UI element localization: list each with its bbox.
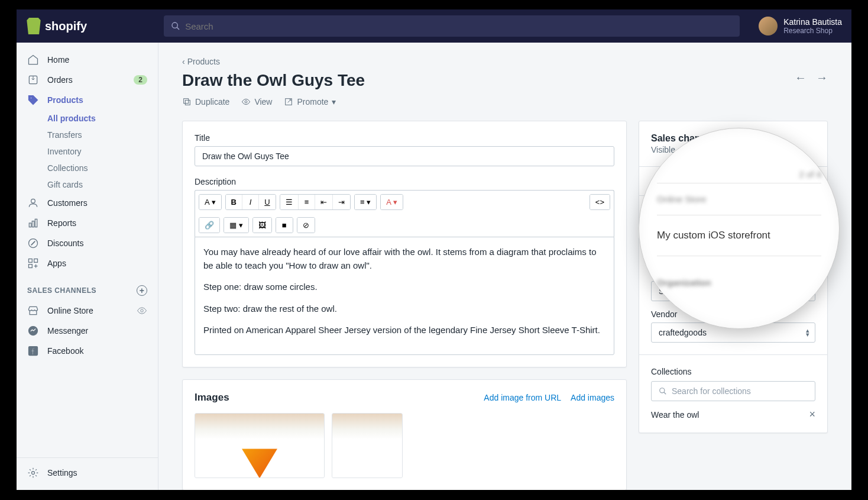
nav-products[interactable]: Products [17,90,158,110]
remove-tag-button[interactable]: × [809,408,815,421]
rte-italic[interactable]: I [242,195,259,209]
rte-bold[interactable]: B [226,195,242,209]
nav-settings[interactable]: Settings [17,463,158,483]
subnav-gift-cards[interactable]: Gift cards [47,176,158,193]
duplicate-button[interactable]: Duplicate [182,97,229,107]
subnav-transfers[interactable]: Transfers [47,127,158,143]
magnifier-focus-text: My custom iOS storefront [657,215,821,256]
svg-point-0 [172,22,177,28]
rte-indent[interactable]: ⇥ [333,195,350,209]
next-record[interactable]: → [816,71,828,85]
top-bar: shopify Katrina Bautista Research Shop [17,9,851,43]
eye-icon [241,97,251,107]
customers-icon [27,197,39,209]
product-image-1[interactable] [195,413,325,478]
messenger-icon [27,325,39,337]
home-icon [27,54,39,66]
svg-rect-6 [32,221,34,227]
select-caret-icon: ▴▾ [806,328,809,336]
channels-heading: SALES CHANNELS + [17,273,158,301]
product-image-2[interactable] [332,413,403,478]
nav-reports[interactable]: Reports [17,213,158,233]
orders-icon [27,74,39,86]
brand-name: shopify [45,20,87,33]
magnifier-overlay: 2 of 4 Online Store My custom iOS storef… [639,128,840,329]
breadcrumb[interactable]: ‹ Products [182,57,828,66]
facebook-icon [27,345,39,357]
nav-label: Customers [47,198,88,208]
images-heading: Images [195,392,229,404]
subnav-collections[interactable]: Collections [47,160,158,176]
search-input[interactable] [185,21,733,31]
promote-button[interactable]: Promote ▾ [284,97,336,107]
images-card: Images Add image from URL Add images [182,379,627,490]
svg-point-4 [31,199,35,203]
description-label: Description [195,177,614,186]
svg-point-12 [141,309,144,312]
rte-text-color[interactable]: A ▾ [381,195,403,209]
view-button[interactable]: View [241,97,272,107]
nav-label: Reports [47,218,76,228]
nav-label: Settings [47,468,77,478]
global-search[interactable] [164,15,740,37]
svg-point-18 [245,101,247,103]
rte-image[interactable]: 🖼 [253,218,271,233]
orders-badge: 2 [134,75,147,85]
rte-html[interactable]: <> [590,195,610,209]
subnav-all-products[interactable]: All products [47,110,158,127]
nav-apps[interactable]: Apps [17,253,158,273]
add-images-link[interactable]: Add images [571,393,614,402]
nav-label: Facebook [47,346,83,356]
product-title-input[interactable] [195,146,614,166]
search-icon [659,387,667,395]
nav-discounts[interactable]: Discounts [17,233,158,253]
prev-record[interactable]: ← [795,71,807,85]
rte-numbered-list[interactable]: ≡ [299,195,315,209]
shop-name: Research Shop [783,27,842,35]
user-menu[interactable]: Katrina Bautista Research Shop [759,17,842,36]
chevron-down-icon: ▾ [332,97,336,107]
nav-online-store[interactable]: Online Store [17,301,158,321]
nav-home[interactable]: Home [17,50,158,70]
rte-video[interactable]: ■ [276,218,293,233]
rte-clear[interactable]: ⊘ [297,218,315,233]
svg-line-1 [177,27,179,30]
rte-bullet-list[interactable]: ☰ [280,195,299,209]
svg-point-3 [30,97,32,99]
nav-messenger[interactable]: Messenger [17,321,158,341]
search-icon [171,21,180,31]
rte-underline[interactable]: U [259,195,276,209]
description-editor[interactable]: You may have already heard of our love a… [195,237,614,355]
svg-rect-16 [184,99,189,104]
gear-icon [27,467,39,479]
rte-format-select[interactable]: A ▾ [199,195,221,209]
rte-align[interactable]: ≡ ▾ [355,195,376,209]
rte-link[interactable]: 🔗 [199,218,219,233]
nav-label: Home [47,55,69,64]
collections-search[interactable]: Search for collections [651,381,815,401]
nav-orders[interactable]: Orders 2 [17,70,158,90]
sidebar: Home Orders 2 Products All products Tran… [17,43,158,490]
duplicate-icon [182,97,192,107]
preview-icon[interactable] [137,305,147,316]
add-channel-button[interactable]: + [137,285,147,296]
nav-customers[interactable]: Customers [17,193,158,213]
add-image-url-link[interactable]: Add image from URL [484,393,561,402]
rte-table[interactable]: ▦ ▾ [224,218,248,233]
svg-point-15 [32,472,35,475]
subnav-inventory[interactable]: Inventory [47,143,158,160]
svg-rect-7 [35,219,37,227]
external-icon [284,97,293,107]
store-icon [27,305,39,317]
record-navigation: ← → [795,71,828,85]
rte-outdent[interactable]: ⇤ [315,195,333,209]
nav-label: Online Store [47,306,93,315]
collection-tag: Wear the owl × [651,408,815,421]
user-name: Katrina Bautista [783,17,842,27]
page-title: Draw the Owl Guys Tee [182,71,365,90]
title-label: Title [195,133,614,143]
nav-label: Messenger [47,326,88,336]
discounts-icon [27,237,39,249]
collections-label: Collections [651,367,815,376]
nav-facebook[interactable]: Facebook [17,341,158,361]
